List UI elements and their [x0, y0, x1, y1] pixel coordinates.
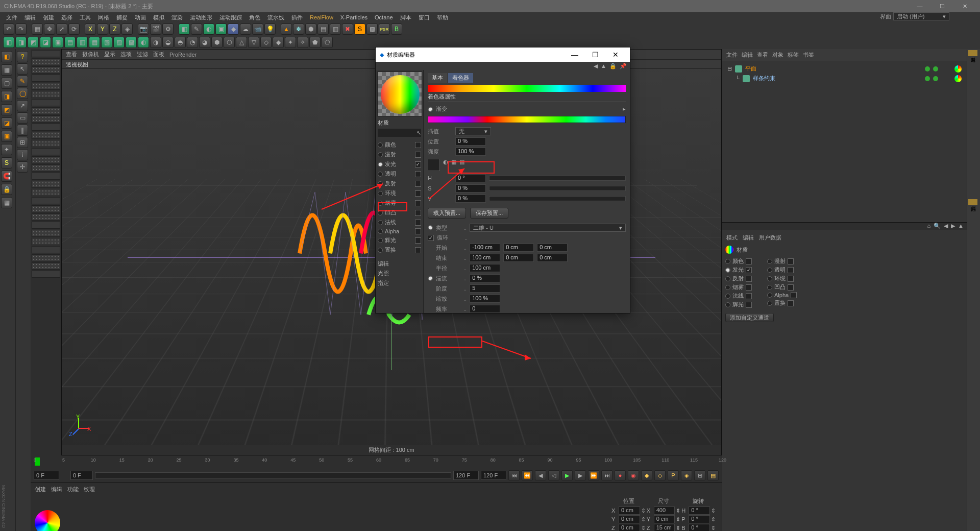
spline-icon[interactable]: ✎ — [191, 23, 202, 35]
key3-icon[interactable]: P — [668, 470, 679, 480]
snap-icon[interactable]: S — [1, 157, 12, 168]
mat-ch-置换[interactable]: 置换 — [378, 245, 421, 255]
magnet-icon[interactable]: 🧲 — [1, 171, 12, 182]
tb2-icon-10[interactable]: ▩ — [126, 37, 137, 48]
axis-x-icon[interactable]: X — [85, 23, 96, 35]
tb2-icon-24[interactable]: ✧ — [297, 37, 308, 48]
rotate-icon[interactable]: ⟳ — [68, 23, 80, 35]
scale-icon[interactable]: ⤢ — [56, 23, 67, 35]
vp-menu-过滤[interactable]: 过滤 — [137, 51, 148, 58]
menu-渲染[interactable]: 渲染 — [168, 13, 186, 22]
step-back-icon[interactable]: ⏪ — [522, 470, 533, 480]
timeline[interactable]: 0510152025303540455055606570758085909510… — [31, 455, 722, 469]
texture-icon[interactable]: ▢ — [1, 78, 12, 89]
mat-ch-辉光[interactable]: 辉光 — [378, 235, 421, 245]
attr-home-icon[interactable]: ⌂ — [927, 223, 930, 230]
mat-ch-漫射[interactable]: 漫射 — [378, 150, 421, 159]
mat-pick-icon[interactable]: ↖ — [416, 130, 421, 136]
material-editor-titlebar[interactable]: ◆ 材质编辑器 — ☐ ✕ — [376, 47, 630, 62]
save-preset-button[interactable]: 保存预置... — [470, 208, 508, 219]
mat-ch-透明[interactable]: 透明 — [378, 169, 421, 179]
help-icon[interactable]: ? — [17, 51, 28, 62]
tb2-icon-20[interactable]: ▽ — [248, 37, 259, 48]
rec-icon[interactable]: ● — [615, 470, 626, 480]
vp-menu-摄像机[interactable]: 摄像机 — [82, 51, 99, 58]
lock-icon[interactable]: 🔒 — [1, 184, 12, 195]
tb2-icon-15[interactable]: ◔ — [187, 37, 198, 48]
tb2-icon-13[interactable]: ◒ — [162, 37, 174, 48]
menu-脚本[interactable]: 脚本 — [397, 13, 414, 22]
close-button[interactable]: ✕ — [953, 0, 976, 12]
obj-tab-编辑[interactable]: 编辑 — [742, 51, 753, 59]
tb2-icon-1[interactable]: ◨ — [15, 37, 27, 48]
add-channel-button[interactable]: 添加自定义通道 — [725, 313, 774, 322]
key5-icon[interactable]: ⊞ — [694, 470, 705, 480]
prev-key-icon[interactable]: ◀ — [535, 470, 546, 480]
mat-section-指定[interactable]: 指定 — [378, 278, 421, 288]
axis-icon[interactable]: ✦ — [1, 144, 12, 155]
key1-icon[interactable]: ◆ — [641, 470, 652, 480]
brush-icon[interactable]: ✎ — [17, 76, 28, 87]
start-frame[interactable]: 0 F — [34, 471, 59, 480]
menu-运动跟踪[interactable]: 运动跟踪 — [216, 13, 245, 22]
palette-19[interactable] — [32, 205, 60, 212]
deformer-icon[interactable]: ◆ — [228, 23, 239, 35]
rect-icon[interactable]: ▭ — [17, 112, 28, 124]
layout-dropdown[interactable]: 启动 (用户)▾ — [893, 12, 949, 20]
right-tab-2[interactable]: 属性 — [968, 199, 977, 205]
palette-6[interactable] — [32, 99, 60, 106]
tool1-icon[interactable]: ‖ — [17, 125, 28, 136]
tb2-icon-2[interactable]: ◩ — [28, 37, 39, 48]
plugin5-icon[interactable]: ▥ — [330, 23, 341, 35]
script-icon[interactable]: ▩ — [366, 23, 378, 35]
palette-7[interactable] — [32, 107, 60, 114]
mat-prev-icon[interactable]: ◀ — [594, 63, 598, 69]
render-icon[interactable]: 📷 — [138, 23, 149, 35]
palette-23[interactable] — [32, 238, 60, 245]
tb2-icon-7[interactable]: ▦ — [89, 37, 100, 48]
menu-文件[interactable]: 文件 — [3, 13, 20, 22]
goto-start-icon[interactable]: ⏮ — [508, 470, 520, 480]
palette-25[interactable] — [32, 254, 60, 261]
menu-Octane[interactable]: Octane — [372, 13, 396, 21]
autokey-icon[interactable]: ◉ — [628, 470, 639, 480]
plugin2-icon[interactable]: ❄ — [293, 23, 304, 35]
tex-icon[interactable]: ▦ — [451, 159, 456, 171]
live-select-icon[interactable]: ▦ — [32, 23, 43, 35]
menu-工具[interactable]: 工具 — [77, 13, 94, 22]
shelf-tab-纹理[interactable]: 纹理 — [84, 486, 95, 493]
tb2-icon-11[interactable]: ◐ — [138, 37, 149, 48]
palette-21[interactable] — [32, 222, 60, 229]
strength-field[interactable]: 100 % — [455, 148, 486, 156]
mat-ch-凹凸[interactable]: 凹凸 — [378, 208, 421, 218]
palette-3[interactable] — [32, 75, 60, 82]
mat-tab-着色器[interactable]: 着色器 — [448, 73, 473, 83]
menu-帮助[interactable]: 帮助 — [434, 13, 451, 22]
palette-9[interactable] — [32, 124, 60, 131]
menu-动画[interactable]: 动画 — [132, 13, 149, 22]
tb2-icon-0[interactable]: ◧ — [3, 37, 14, 48]
attr-prev-icon[interactable]: ◀ — [944, 223, 948, 230]
color-swatch[interactable] — [428, 159, 440, 171]
attr-tab-编辑[interactable]: 编辑 — [743, 234, 754, 242]
grid-icon[interactable]: ▦ — [1, 197, 12, 208]
shelf-tab-创建[interactable]: 创建 — [35, 486, 46, 493]
tb2-icon-25[interactable]: ⬟ — [309, 37, 321, 48]
layer-icon[interactable]: ▤ — [459, 159, 464, 171]
gradient-radio[interactable] — [428, 107, 433, 112]
tree-平面[interactable]: ⊟平面 — [727, 64, 962, 74]
obj-tab-文件[interactable]: 文件 — [726, 51, 738, 59]
menu-RealFlow[interactable]: RealFlow — [307, 13, 336, 21]
mat-tab-基本[interactable]: 基本 — [428, 73, 447, 83]
menu-插件[interactable]: 插件 — [288, 13, 306, 22]
palette-17[interactable] — [32, 189, 60, 196]
attr-tab-模式[interactable]: 模式 — [726, 234, 738, 242]
plugin1-icon[interactable]: ▲ — [281, 23, 292, 35]
mat-ch-反射[interactable]: 反射 — [378, 179, 421, 188]
palette-13[interactable] — [32, 156, 60, 163]
menu-窗口[interactable]: 窗口 — [415, 13, 433, 22]
mat-ch-Alpha[interactable]: Alpha — [378, 227, 421, 235]
tool3-icon[interactable]: ⁞ — [17, 149, 28, 160]
material-swatch[interactable] — [35, 510, 60, 531]
nurbs-icon[interactable]: ◐ — [203, 23, 214, 35]
